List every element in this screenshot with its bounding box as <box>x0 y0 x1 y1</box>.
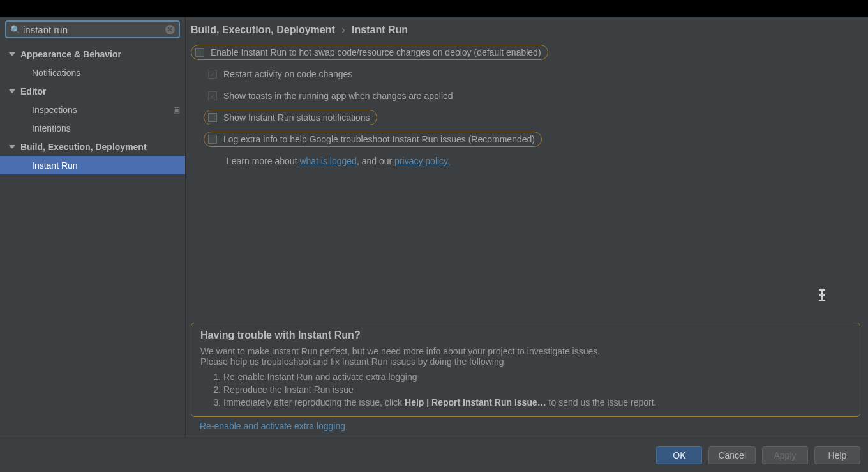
trouble-section: Having trouble with Instant Run? We want… <box>191 323 860 431</box>
search-input[interactable] <box>23 24 165 35</box>
checkbox-status-notifications[interactable]: Show Instant Run status notifications <box>204 110 377 125</box>
options-panel: Enable Instant Run to hot swap code/reso… <box>186 43 868 166</box>
checkbox-icon <box>208 113 217 122</box>
ok-button[interactable]: OK <box>656 446 702 464</box>
trouble-step-2: Reproduce the Instant Run issue <box>223 384 851 395</box>
window-titlebar <box>0 0 868 17</box>
main-area: 🔍 ✕ Appearance & Behavior Notifications … <box>0 17 868 438</box>
sidebar-item-intentions[interactable]: Intentions <box>0 119 185 137</box>
sidebar-item-instant-run[interactable]: Instant Run <box>0 156 185 174</box>
trouble-step-3-action: Help | Report Instant Run Issue… <box>405 397 546 407</box>
breadcrumb-sep: › <box>341 24 345 35</box>
trouble-panel: Having trouble with Instant Run? We want… <box>191 323 860 417</box>
checkbox-icon <box>195 48 204 57</box>
dialog-button-bar: OK Cancel Apply Help <box>0 438 868 472</box>
link-what-is-logged[interactable]: what is logged <box>299 156 357 166</box>
breadcrumb-leaf: Instant Run <box>352 24 408 35</box>
checkbox-label: Show Instant Run status notifications <box>223 112 370 123</box>
search-wrap: 🔍 ✕ <box>0 17 185 42</box>
checkbox-icon: ✓ <box>208 70 217 79</box>
cancel-button[interactable]: Cancel <box>708 446 756 464</box>
chevron-down-icon <box>9 52 15 56</box>
settings-sidebar: 🔍 ✕ Appearance & Behavior Notifications … <box>0 17 186 438</box>
clear-search-icon[interactable]: ✕ <box>165 25 175 34</box>
reenable-link-row: Re-enable and activate extra logging <box>200 421 860 431</box>
sidebar-item-label: Inspections <box>32 105 77 115</box>
project-scope-icon: ▣ <box>173 105 180 114</box>
sidebar-group-label: Editor <box>20 86 46 96</box>
search-icon: 🔍 <box>10 25 20 34</box>
checkbox-icon <box>208 135 217 144</box>
sidebar-item-label: Intentions <box>32 123 71 133</box>
checkbox-show-toasts[interactable]: ✓ Show toasts in the running app when ch… <box>204 88 460 103</box>
trouble-line-2: Please help us troubleshoot and fix Inst… <box>200 356 851 367</box>
link-privacy-policy[interactable]: privacy policy. <box>394 156 450 166</box>
help-button[interactable]: Help <box>814 446 860 464</box>
sidebar-item-label: Instant Run <box>32 160 78 171</box>
text-cursor-icon <box>821 290 823 300</box>
trouble-step-3: Immediately after reproducing the issue,… <box>223 397 851 407</box>
link-reenable-logging[interactable]: Re-enable and activate extra logging <box>200 421 345 431</box>
checkbox-icon: ✓ <box>208 91 217 100</box>
checkbox-label: Enable Instant Run to hot swap code/reso… <box>211 47 541 57</box>
checkbox-label: Log extra info to help Google troublesho… <box>223 134 535 144</box>
chevron-down-icon <box>9 89 15 93</box>
trouble-line-1: We want to make Instant Run perfect, but… <box>200 346 851 356</box>
checkbox-label: Restart activity on code changes <box>223 69 352 79</box>
breadcrumb-root: Build, Execution, Deployment <box>191 24 335 35</box>
checkbox-enable-instant-run[interactable]: Enable Instant Run to hot swap code/reso… <box>191 45 548 60</box>
breadcrumb: Build, Execution, Deployment › Instant R… <box>186 17 868 43</box>
sidebar-group-build[interactable]: Build, Execution, Deployment <box>0 137 185 156</box>
checkbox-label: Show toasts in the running app when chan… <box>223 91 453 101</box>
sidebar-item-inspections[interactable]: Inspections ▣ <box>0 100 185 119</box>
sidebar-group-appearance[interactable]: Appearance & Behavior <box>0 45 185 63</box>
sidebar-item-label: Notifications <box>32 68 80 78</box>
sidebar-group-label: Build, Execution, Deployment <box>20 142 147 152</box>
chevron-down-icon <box>9 145 15 149</box>
settings-content: Build, Execution, Deployment › Instant R… <box>186 17 868 438</box>
learn-mid: , and our <box>357 156 394 166</box>
settings-tree: Appearance & Behavior Notifications Edit… <box>0 42 185 174</box>
learn-more-line: Learn more about what is logged, and our… <box>227 156 863 166</box>
checkbox-restart-activity[interactable]: ✓ Restart activity on code changes <box>204 66 359 82</box>
settings-search-field[interactable]: 🔍 ✕ <box>5 20 180 38</box>
checkbox-log-extra-info[interactable]: Log extra info to help Google troublesho… <box>204 132 542 147</box>
sidebar-item-notifications[interactable]: Notifications <box>0 63 185 82</box>
trouble-title: Having trouble with Instant Run? <box>200 330 851 341</box>
trouble-steps: Re-enable Instant Run and activate extra… <box>223 372 851 407</box>
apply-button[interactable]: Apply <box>762 446 808 464</box>
learn-prefix: Learn more about <box>227 156 299 166</box>
sidebar-group-label: Appearance & Behavior <box>20 49 121 59</box>
trouble-step-1: Re-enable Instant Run and activate extra… <box>223 372 851 382</box>
sidebar-group-editor[interactable]: Editor <box>0 82 185 100</box>
